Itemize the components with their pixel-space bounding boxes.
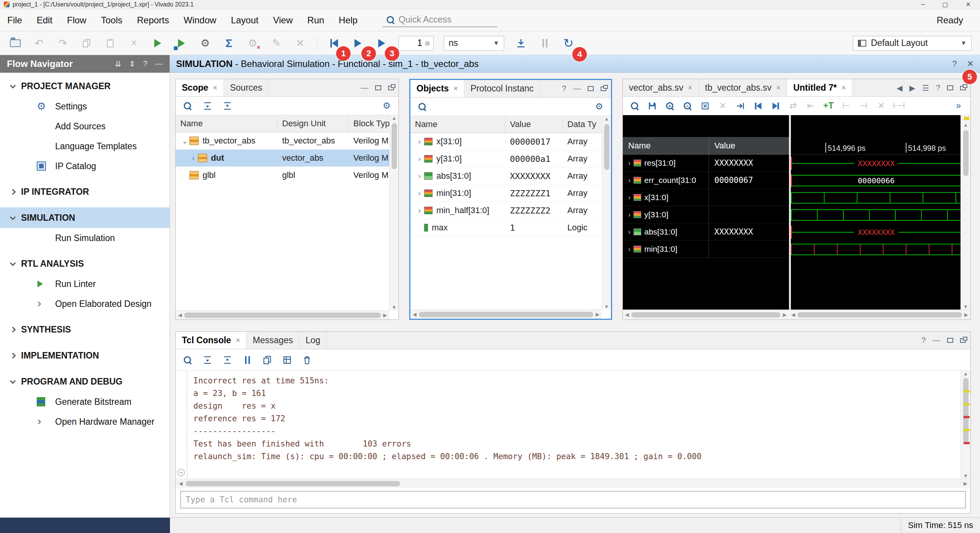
tab-tcl-console[interactable]: Tcl Console ×	[176, 332, 247, 349]
next-transition-icon[interactable]	[770, 100, 781, 112]
clear-input-icon[interactable]: ⊗	[425, 39, 430, 47]
report-icon[interactable]	[281, 354, 293, 366]
report-sum-icon[interactable]: Σ	[222, 36, 236, 50]
search-icon[interactable]	[416, 101, 428, 112]
close-icon[interactable]: ×	[688, 83, 693, 92]
scope-vertical-scrollbar[interactable]: ▲▼	[389, 115, 399, 310]
menu-flow[interactable]: Flow	[60, 9, 94, 31]
previous-transition-icon[interactable]	[752, 100, 764, 112]
settings-gear-icon[interactable]: ⚙	[198, 36, 212, 50]
menu-help[interactable]: Help	[332, 9, 365, 31]
waveform-vertical-scrollbar[interactable]: ▲▼	[960, 115, 970, 310]
column-header-name[interactable]: Name	[176, 115, 278, 132]
pause-output-icon[interactable]	[242, 354, 253, 366]
chevron-down-icon[interactable]: ⌄	[180, 137, 189, 145]
float-panel-icon[interactable]	[601, 86, 606, 91]
close-icon[interactable]: ×	[776, 83, 781, 92]
section-synthesis[interactable]: SYNTHESIS	[0, 319, 170, 340]
menu-window[interactable]: Window	[176, 9, 224, 31]
tab-objects[interactable]: Objects ×	[410, 80, 464, 97]
tab-log[interactable]: Log	[299, 332, 327, 349]
sim-time-input[interactable]	[402, 38, 422, 48]
scope-row-glbl[interactable]: glbl glbl Verilog M	[176, 167, 399, 184]
chevron-right-icon[interactable]: ›	[415, 137, 424, 146]
sidebar-item-open-elaborated-design[interactable]: Open Elaborated Design	[0, 294, 170, 314]
sidebar-item-run-linter[interactable]: Run Linter	[0, 274, 170, 294]
menu-view[interactable]: View	[266, 9, 300, 31]
undo-icon[interactable]: ↶	[32, 36, 46, 50]
tab-scroll-right-icon[interactable]: ▶	[910, 83, 915, 93]
panel-settings-gear-icon[interactable]: ⚙	[593, 101, 605, 112]
section-project-manager[interactable]: PROJECT MANAGER	[0, 76, 170, 96]
window-maximize-button[interactable]: ▢	[942, 1, 948, 8]
help-icon[interactable]: ?	[143, 59, 147, 68]
tab-scroll-left-icon[interactable]: ◀	[897, 83, 902, 93]
waveform-horizontal-scrollbar[interactable]: ◀▶ ◀▶	[623, 310, 970, 319]
chevron-right-icon[interactable]: ›	[625, 211, 634, 219]
help-icon[interactable]: ?	[562, 84, 566, 93]
sidebar-item-language-templates[interactable]: Language Templates	[0, 136, 170, 156]
section-simulation[interactable]: SIMULATION	[0, 207, 170, 228]
float-panel-icon[interactable]	[960, 338, 966, 343]
console-horizontal-scrollbar[interactable]: ◀▶	[176, 479, 970, 488]
wave-trace-x[interactable]	[791, 189, 960, 206]
help-icon[interactable]: ?	[936, 83, 940, 92]
zoom-out-icon[interactable]	[682, 100, 693, 112]
goto-next-icon[interactable]: ⊣	[858, 100, 869, 112]
resize-icon[interactable]: ⇕	[129, 59, 136, 68]
run-for-time-icon[interactable]: t	[375, 36, 389, 50]
copy-icon[interactable]	[261, 354, 273, 366]
add-marker-icon[interactable]: +T	[823, 100, 834, 112]
menu-run[interactable]: Run	[300, 9, 332, 31]
tab-tb-vector-abs-sv[interactable]: tb_vector_abs.sv ×	[699, 79, 787, 96]
wave-signal-err-count[interactable]: ›err_count[31:0 00000067	[623, 172, 789, 189]
window-close-button[interactable]: ✕	[966, 1, 971, 8]
swap-cursor-icon[interactable]: ⇄	[787, 100, 799, 112]
sidebar-item-run-simulation[interactable]: Run Simulation	[0, 228, 170, 248]
sidebar-item-settings[interactable]: ⚙ Settings	[0, 96, 170, 116]
chevron-right-icon[interactable]: ›	[625, 245, 634, 253]
section-program-and-debug[interactable]: PROGRAM AND DEBUG	[0, 371, 170, 392]
zoom-fit-icon[interactable]	[699, 100, 711, 112]
tab-vector-abs-sv[interactable]: vector_abs.sv ×	[623, 79, 699, 96]
sidebar-item-generate-bitstream[interactable]: Generate Bitstream	[0, 392, 170, 412]
chevron-right-icon[interactable]: ›	[625, 176, 634, 184]
redo-icon[interactable]: ↷	[56, 36, 70, 50]
maximize-panel-icon[interactable]	[947, 338, 953, 343]
section-implementation[interactable]: IMPLEMENTATION	[0, 345, 170, 366]
relaunch-sim-icon[interactable]: ↻	[562, 36, 575, 50]
delete-icon[interactable]: ×	[127, 36, 141, 50]
menu-edit[interactable]: Edit	[29, 9, 60, 31]
close-icon[interactable]: ×	[453, 84, 458, 93]
help-icon[interactable]: ?	[921, 336, 926, 345]
maximize-panel-icon[interactable]	[588, 86, 594, 91]
wave-trace-abs[interactable]: XXXXXXXX	[791, 223, 960, 241]
run-flow-icon[interactable]	[151, 36, 165, 50]
wave-trace-res[interactable]: XXXXXXXX	[791, 155, 960, 172]
help-icon[interactable]: ?	[952, 59, 957, 69]
minimize-panel-icon[interactable]: —	[155, 59, 163, 68]
wave-column-value[interactable]: Value	[709, 137, 789, 154]
chevron-right-icon[interactable]: ›	[189, 154, 198, 162]
search-icon[interactable]	[629, 100, 640, 112]
column-header-name[interactable]: Name	[410, 116, 505, 133]
previous-marker-icon[interactable]: ⇤	[805, 100, 817, 112]
more-tools-icon[interactable]: »	[953, 100, 964, 112]
objects-horizontal-scrollbar[interactable]: ◀▶	[410, 310, 602, 319]
fit-width-icon[interactable]: ⊦⊣	[893, 100, 905, 112]
wave-trace-y[interactable]	[791, 206, 960, 223]
search-icon[interactable]	[182, 354, 193, 366]
chevron-right-icon[interactable]: ›	[415, 155, 424, 163]
waveform-canvas[interactable]: 514,996 ps 514,998 ps XXXXXXXX 00000066	[791, 115, 960, 310]
maximize-panel-icon[interactable]	[947, 85, 953, 90]
sidebar-item-open-hardware-manager[interactable]: Open Hardware Manager	[0, 412, 170, 432]
close-icon[interactable]: ×	[236, 336, 240, 345]
expand-all-icon[interactable]	[222, 354, 233, 366]
objects-vertical-scrollbar[interactable]: ▲▼	[602, 116, 611, 310]
tab-sources[interactable]: Sources	[224, 79, 269, 96]
tab-messages[interactable]: Messages	[247, 332, 299, 349]
chevron-right-icon[interactable]: ›	[625, 228, 634, 236]
objects-row-abs[interactable]: ›abs[31:0] XXXXXXXX Array	[410, 168, 611, 185]
tcl-command-input[interactable]	[186, 495, 960, 504]
sidebar-item-add-sources[interactable]: Add Sources	[0, 116, 170, 136]
